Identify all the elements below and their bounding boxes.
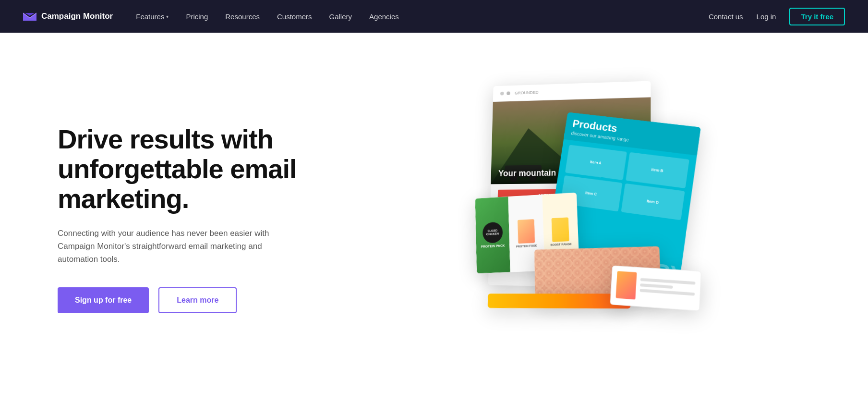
brand-dot-2 — [506, 91, 510, 95]
email-card-strip — [488, 294, 631, 308]
card-brand-label: GROUNDED — [515, 90, 539, 95]
nav-contact[interactable]: Contact us — [709, 12, 743, 21]
nav-right: Contact us Log in Try it free — [709, 8, 845, 25]
signup-button[interactable]: Sign up for free — [58, 287, 149, 313]
text-line-1 — [640, 278, 696, 284]
product-label-2: Item B — [651, 167, 663, 172]
text-line-3 — [639, 289, 695, 295]
product-1: Item A — [565, 145, 627, 180]
brand-name: Campaign Monitor — [41, 12, 113, 21]
nav-agencies[interactable]: Agencies — [369, 12, 399, 21]
email-stack: GROUNDED — [458, 79, 711, 365]
product-grid: Item A Item B Item C Item D — [560, 145, 689, 220]
nav-resources[interactable]: Resources — [225, 12, 260, 21]
nav-links: Features ▾ Pricing Resources Customers G… — [136, 12, 709, 21]
nav-features[interactable]: Features ▾ — [136, 12, 169, 21]
food-green-label: PROTEIN PACK — [481, 244, 505, 248]
try-free-button[interactable]: Try it free — [789, 8, 845, 25]
nav-login[interactable]: Log in — [757, 12, 776, 21]
card-sm-text — [639, 278, 695, 298]
hero-content: Drive results with unforgettable email m… — [58, 124, 336, 313]
food-badge: SLICED CHICKEN — [482, 221, 503, 243]
food-badge-text: SLICED CHICKEN — [486, 229, 499, 236]
food-label-2: PROTEIN FOOD — [516, 244, 537, 247]
hero-section: Drive results with unforgettable email m… — [0, 33, 868, 405]
product-4: Item D — [621, 183, 685, 220]
navigation: Campaign Monitor Features ▾ Pricing Reso… — [0, 0, 868, 33]
card-sm-inner — [611, 266, 701, 309]
logo-icon — [23, 11, 36, 22]
hero-buttons: Sign up for free Learn more — [58, 287, 336, 313]
hero-title: Drive results with unforgettable email m… — [58, 124, 336, 213]
product-label-1: Item A — [590, 159, 602, 165]
food-img-2 — [518, 219, 535, 243]
hero-image: GROUNDED — [336, 75, 830, 363]
brand-logo[interactable]: Campaign Monitor — [23, 11, 113, 22]
learn-more-button[interactable]: Learn more — [158, 287, 237, 313]
nav-gallery[interactable]: Gallery — [329, 12, 352, 21]
product-label-3: Item C — [585, 190, 597, 196]
food-img-3 — [552, 217, 569, 241]
avatar-image — [615, 271, 637, 299]
food-label-3: BOOST RANGE — [550, 242, 571, 246]
nav-pricing[interactable]: Pricing — [186, 12, 208, 21]
product-2: Item B — [626, 152, 689, 188]
email-card-small — [610, 265, 701, 311]
product-label-4: Item D — [647, 198, 659, 204]
text-line-2 — [640, 283, 673, 289]
hero-subtitle: Connecting with your audience has never … — [58, 227, 288, 266]
brand-dot — [500, 91, 504, 95]
chevron-down-icon: ▾ — [166, 14, 169, 19]
food-col-green: SLICED CHICKEN PROTEIN PACK — [475, 196, 511, 273]
nav-customers[interactable]: Customers — [277, 12, 312, 21]
